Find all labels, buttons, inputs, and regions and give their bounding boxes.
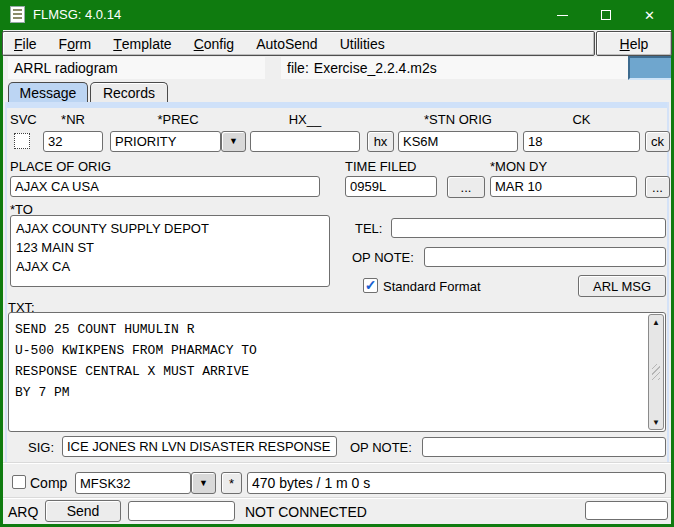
maximize-icon (601, 10, 611, 20)
scroll-down-icon[interactable]: ▼ (649, 415, 663, 429)
form-name-display: ARRL radiogram (8, 57, 265, 79)
ck-label: CK (523, 112, 640, 127)
place-of-orig-input[interactable] (10, 176, 320, 197)
comp-label: Comp (30, 475, 67, 491)
menu-utilities[interactable]: Utilities (329, 32, 396, 55)
op-note-1-input[interactable] (424, 247, 666, 267)
tab-strip (5, 102, 669, 108)
divider (3, 497, 671, 498)
comp-checkbox[interactable] (12, 475, 26, 489)
mode-select[interactable] (75, 472, 191, 494)
arq-status-display (585, 501, 668, 520)
close-icon: ✕ (644, 8, 655, 23)
scroll-up-icon[interactable]: ▲ (649, 315, 663, 329)
prec-dropdown-button[interactable]: ▼ (221, 131, 246, 152)
tel-input[interactable] (391, 218, 666, 238)
flmsg-window: FLMSG: 4.0.14 ✕ File Form Template Confi… (0, 0, 674, 527)
nr-label: *NR (43, 112, 103, 127)
txt-text: SEND 25 COUNT HUMULIN R U-500 KWIKPENS F… (9, 313, 665, 409)
file-name: Exercise_2.2.4.m2s (314, 60, 437, 76)
maximize-button[interactable] (584, 0, 628, 30)
hx-button[interactable]: hx (367, 131, 394, 152)
menu-file[interactable]: File (3, 32, 48, 55)
stn-orig-input[interactable] (398, 131, 518, 152)
standard-format-label: Standard Format (383, 279, 481, 294)
file-display: file: Exercise_2.2.4.m2s (281, 57, 628, 79)
arq-label: ARQ (8, 504, 38, 520)
hx-label: HX__ (250, 112, 360, 127)
file-label: file: (287, 60, 309, 76)
time-filed-input[interactable] (345, 176, 437, 197)
mon-dy-input[interactable] (490, 176, 637, 197)
nr-input[interactable] (43, 131, 103, 152)
chevron-down-icon: ▼ (199, 479, 208, 488)
connection-status: NOT CONNECTED (245, 504, 367, 520)
ck-button[interactable]: ck (645, 131, 670, 152)
scrollbar-grip[interactable] (652, 364, 660, 380)
busy-indicator (628, 56, 671, 80)
window-title: FLMSG: 4.0.14 (33, 7, 121, 22)
hx-input[interactable] (250, 131, 360, 152)
place-of-orig-label: PLACE OF ORIG (10, 159, 111, 174)
stn-orig-label: *STN ORIG (398, 112, 518, 127)
form-frame-right (667, 102, 669, 462)
svc-checkbox[interactable] (14, 133, 30, 149)
tel-label: TEL: (355, 221, 382, 236)
sig-label: SIG: (28, 440, 54, 455)
txt-editor[interactable]: SEND 25 COUNT HUMULIN R U-500 KWIKPENS F… (8, 312, 666, 432)
prec-input[interactable] (110, 131, 221, 152)
arl-msg-button[interactable]: ARL MSG (578, 275, 666, 297)
titlebar[interactable]: FLMSG: 4.0.14 ✕ (0, 0, 674, 30)
menu-help[interactable]: Help (596, 31, 672, 56)
op-note-2-label: OP NOTE: (350, 440, 412, 455)
menubar: File Form Template Config AutoSend Utili… (2, 31, 595, 56)
to-text: AJAX COUNTY SUPPLY DEPOT 123 MAIN ST AJA… (11, 216, 329, 279)
time-filed-picker-button[interactable]: ... (447, 176, 485, 198)
prec-label: *PREC (110, 112, 246, 127)
divider (3, 462, 671, 463)
mode-custom-button[interactable]: * (221, 472, 242, 494)
minimize-icon (557, 15, 568, 16)
close-button[interactable]: ✕ (628, 0, 671, 30)
menu-autosend[interactable]: AutoSend (245, 32, 329, 55)
menu-form[interactable]: Form (48, 32, 103, 55)
sig-input[interactable] (62, 436, 337, 457)
send-button[interactable]: Send (45, 500, 121, 522)
ck-input[interactable] (523, 131, 640, 152)
svc-label: SVC (10, 112, 37, 127)
tab-records[interactable]: Records (90, 82, 168, 103)
app-icon (10, 6, 25, 23)
tab-message[interactable]: Message (8, 82, 88, 103)
op-note-1-label: OP NOTE: (352, 250, 414, 265)
form-frame-left (5, 102, 7, 462)
stats-display (247, 472, 666, 494)
to-textarea[interactable]: AJAX COUNTY SUPPLY DEPOT 123 MAIN ST AJA… (10, 215, 330, 287)
arq-text-display (128, 501, 235, 521)
standard-format-checkbox[interactable]: ✓ (363, 278, 378, 293)
menu-template[interactable]: Template (102, 32, 182, 55)
mode-dropdown-button[interactable]: ▼ (191, 472, 216, 494)
chevron-down-icon: ▼ (229, 137, 238, 146)
mon-dy-label: *MON DY (490, 159, 547, 174)
op-note-2-input[interactable] (422, 437, 666, 457)
minimize-button[interactable] (540, 0, 584, 30)
txt-scrollbar[interactable]: ▲ ▼ (648, 314, 664, 430)
time-filed-label: TIME FILED (345, 159, 417, 174)
menu-config[interactable]: Config (183, 32, 245, 55)
mon-dy-picker-button[interactable]: ... (645, 176, 670, 198)
check-icon: ✓ (365, 278, 377, 292)
